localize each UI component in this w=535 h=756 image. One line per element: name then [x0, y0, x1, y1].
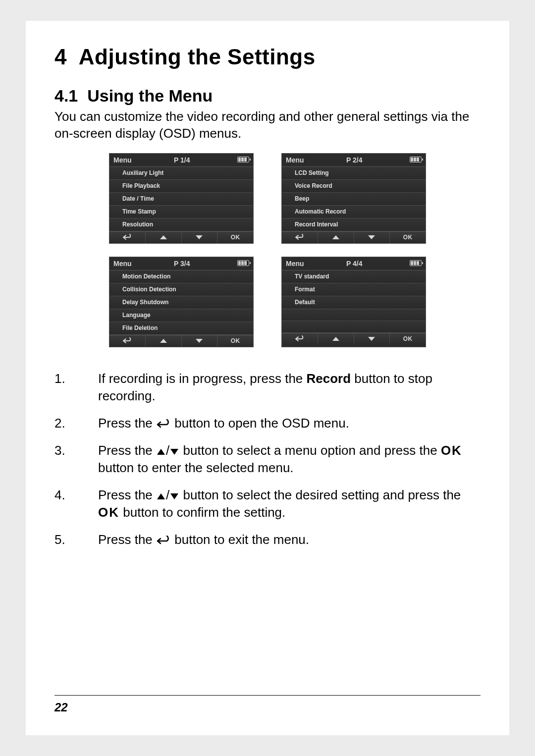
osd-nav-bar: OK	[109, 231, 253, 243]
osd-title: Menu	[286, 260, 304, 268]
osd-nav-bar: OK	[109, 335, 253, 347]
ok-button[interactable]: OK	[390, 232, 426, 243]
osd-title: Menu	[286, 156, 304, 164]
record-label: Record	[307, 371, 351, 386]
step-2: Press the button to open the OSD menu.	[54, 415, 481, 432]
ok-button[interactable]: OK	[217, 335, 253, 347]
footer-rule	[54, 695, 481, 696]
osd-item[interactable]: Record Interval	[282, 218, 426, 231]
osd-menu-3: Menu P 3/4 Motion Detection Collision De…	[109, 257, 254, 347]
up-triangle-icon	[156, 448, 166, 456]
ok-label: OK	[441, 443, 462, 458]
osd-item[interactable]: Default	[282, 296, 426, 309]
back-button[interactable]	[109, 335, 146, 347]
osd-item	[282, 321, 426, 333]
osd-item[interactable]: Voice Record	[282, 180, 426, 193]
page-number: 22	[54, 701, 68, 714]
down-triangle-icon	[169, 492, 179, 500]
osd-item[interactable]: Format	[282, 283, 426, 296]
osd-menu-2: Menu P 2/4 LCD Setting Voice Record Beep…	[281, 153, 426, 244]
osd-item[interactable]: Resolution	[109, 218, 253, 231]
chapter-heading: 4 Adjusting the Settings	[54, 45, 481, 69]
osd-item[interactable]: Motion Detection	[109, 270, 253, 283]
chapter-title: Adjusting the Settings	[79, 45, 316, 69]
battery-icon	[410, 260, 422, 266]
svg-marker-5	[196, 339, 203, 343]
osd-item[interactable]: Time Stamp	[109, 206, 253, 218]
osd-page-indicator: P 1/4	[132, 156, 249, 164]
svg-marker-11	[170, 493, 178, 499]
return-icon	[156, 419, 171, 429]
osd-item[interactable]: Language	[109, 309, 253, 322]
svg-marker-3	[368, 235, 375, 239]
back-button[interactable]	[282, 232, 318, 243]
osd-item	[282, 309, 426, 321]
osd-item[interactable]: Automatic Record	[282, 206, 426, 218]
step-3: Press the / button to select a menu opti…	[54, 442, 481, 477]
svg-marker-10	[157, 493, 165, 499]
step-5: Press the button to exit the menu.	[54, 531, 481, 548]
instruction-list: If recording is in progress, press the R…	[54, 370, 481, 549]
osd-item[interactable]: Collision Detection	[109, 283, 253, 296]
step-4: Press the / button to select the desired…	[54, 486, 481, 521]
osd-item[interactable]: Beep	[282, 193, 426, 206]
down-button[interactable]	[182, 232, 218, 243]
down-button[interactable]	[354, 333, 390, 345]
osd-header: Menu P 2/4	[282, 154, 426, 167]
up-triangle-icon	[156, 492, 166, 500]
step-1: If recording is in progress, press the R…	[54, 370, 481, 405]
svg-marker-8	[157, 449, 165, 455]
osd-item[interactable]: File Deletion	[109, 322, 253, 335]
section-number: 4.1	[54, 86, 78, 105]
section-title: Using the Menu	[87, 86, 213, 105]
return-icon	[156, 535, 171, 545]
svg-marker-2	[332, 235, 339, 239]
osd-title: Menu	[113, 156, 132, 164]
osd-header: Menu P 1/4	[109, 154, 253, 167]
section-heading: 4.1 Using the Menu	[54, 86, 481, 106]
osd-page-indicator: P 3/4	[132, 260, 249, 268]
osd-menu-4: Menu P 4/4 TV standard Format Default OK	[281, 257, 426, 347]
osd-menu-grid: Menu P 1/4 Auxiliary Light File Playback…	[109, 153, 426, 347]
up-button[interactable]	[146, 232, 182, 243]
osd-nav-bar: OK	[282, 333, 426, 345]
osd-item[interactable]: File Playback	[109, 180, 253, 193]
manual-page: 4 Adjusting the Settings 4.1 Using the M…	[26, 21, 509, 735]
osd-item[interactable]: TV standard	[282, 270, 426, 283]
osd-page-indicator: P 2/4	[304, 156, 422, 164]
osd-header: Menu P 4/4	[282, 257, 426, 270]
svg-marker-0	[160, 235, 167, 239]
down-button[interactable]	[354, 232, 390, 243]
battery-icon	[237, 157, 249, 162]
svg-marker-1	[196, 235, 203, 239]
osd-item[interactable]: LCD Setting	[282, 167, 426, 180]
up-button[interactable]	[146, 335, 182, 347]
down-button[interactable]	[182, 335, 218, 347]
ok-button[interactable]: OK	[217, 232, 253, 243]
ok-label: OK	[98, 505, 119, 520]
chapter-number: 4	[54, 45, 67, 69]
back-button[interactable]	[282, 333, 318, 345]
svg-marker-7	[368, 337, 375, 341]
ok-button[interactable]: OK	[390, 333, 426, 345]
osd-page-indicator: P 4/4	[304, 260, 422, 268]
osd-item[interactable]: Auxiliary Light	[109, 167, 253, 180]
osd-item[interactable]: Delay Shutdown	[109, 296, 253, 309]
battery-icon	[237, 260, 249, 266]
svg-marker-4	[160, 339, 167, 343]
osd-item[interactable]: Date / Time	[109, 193, 253, 206]
osd-title: Menu	[113, 260, 132, 268]
down-triangle-icon	[169, 448, 179, 456]
svg-marker-6	[332, 337, 339, 341]
up-button[interactable]	[318, 232, 354, 243]
battery-icon	[410, 157, 422, 162]
osd-nav-bar: OK	[282, 231, 426, 243]
svg-marker-9	[170, 449, 178, 455]
up-button[interactable]	[318, 333, 354, 345]
osd-header: Menu P 3/4	[109, 257, 253, 270]
osd-menu-1: Menu P 1/4 Auxiliary Light File Playback…	[109, 153, 254, 244]
intro-paragraph: You can customize the video recording an…	[54, 108, 481, 142]
back-button[interactable]	[109, 232, 146, 243]
